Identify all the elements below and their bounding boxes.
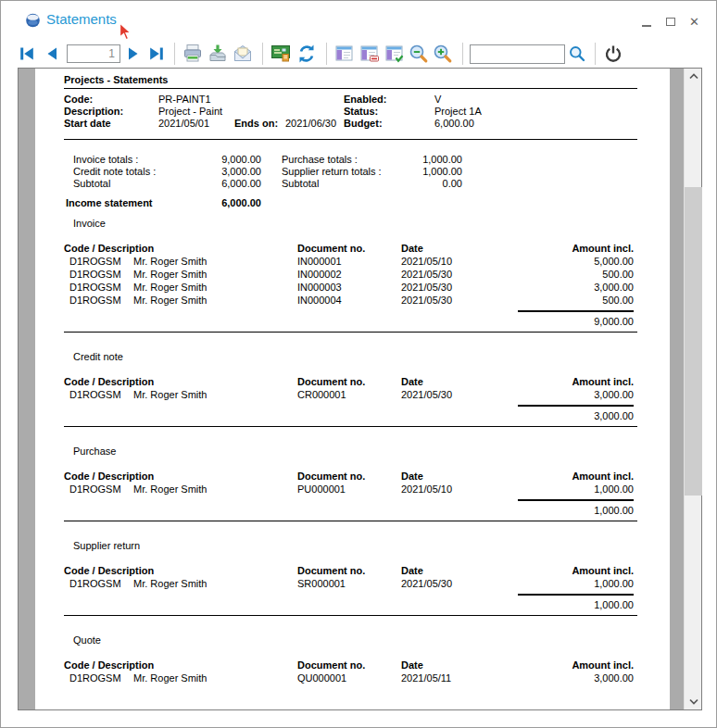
cell-date: 2021/05/30 (401, 281, 527, 294)
column-code-description: Code / Description (64, 242, 297, 255)
totals-label: Purchase totals : (282, 154, 358, 166)
column-document-no: Document no. (297, 242, 401, 255)
first-page-button[interactable] (18, 44, 36, 63)
search-button[interactable] (568, 44, 586, 63)
toolbar-separator (326, 43, 327, 65)
status-label: Status: (344, 106, 378, 118)
title-bar: Statements ✕ (1, 1, 716, 40)
close-report-button[interactable] (603, 44, 623, 64)
window-controls: ✕ (639, 15, 701, 29)
scroll-down-button[interactable] (685, 694, 702, 709)
report-design-button[interactable] (270, 43, 292, 65)
column-amount: Amount incl. (527, 242, 634, 255)
totals-label: Subtotal (282, 178, 319, 190)
column-date: Date (401, 375, 527, 388)
cell-description: Mr. Roger Smith (133, 388, 297, 401)
column-document-no: Document no. (297, 659, 401, 672)
cell-date: 2021/05/30 (401, 577, 527, 590)
layout-remove-button[interactable] (359, 44, 380, 64)
search-input[interactable] (470, 44, 565, 64)
totals-label: Supplier return totals : (282, 166, 382, 178)
cell-date: 2021/05/30 (401, 388, 527, 401)
start-date-label: Start date (64, 118, 111, 130)
scrollbar-thumb[interactable] (685, 187, 702, 496)
scroll-up-button[interactable] (685, 69, 702, 84)
column-date: Date (401, 564, 527, 577)
app-icon (25, 12, 41, 28)
zoom-out-button[interactable] (408, 43, 430, 65)
chevron-up-icon (689, 73, 698, 80)
column-code-description: Code / Description (64, 659, 297, 672)
layout-icon (334, 44, 355, 64)
print-button[interactable] (182, 43, 204, 65)
window-title: Statements (46, 11, 117, 27)
column-amount: Amount incl. (527, 659, 634, 672)
column-document-no: Document no. (297, 375, 401, 388)
cell-document-no: IN000002 (297, 268, 401, 281)
page-number-input[interactable] (67, 44, 120, 63)
email-icon (232, 43, 254, 65)
cell-description: Mr. Roger Smith (133, 672, 297, 684)
cell-amount: 1,000.00 (527, 483, 634, 496)
divider (64, 521, 637, 521)
layout-apply-button[interactable] (384, 44, 405, 64)
layout-view-button[interactable] (334, 44, 355, 64)
zoom-in-button[interactable] (432, 43, 454, 65)
table-header: Code / Description Document no. Date Amo… (64, 470, 634, 483)
code-label: Code: (64, 94, 93, 106)
cell-description: Mr. Roger Smith (133, 483, 297, 496)
vertical-scrollbar[interactable] (684, 69, 701, 709)
cell-code: D1ROGSM (64, 268, 133, 281)
divider (64, 332, 637, 333)
totals-value: 1,000.00 (370, 166, 462, 178)
cell-code: D1ROGSM (64, 483, 133, 496)
budget-value: 6,000.00 (434, 118, 474, 130)
chevron-down-icon (689, 698, 698, 705)
total-rule (518, 405, 634, 407)
email-button[interactable] (232, 43, 254, 65)
cell-amount: 500.00 (527, 294, 634, 307)
totals-label: Invoice totals : (73, 154, 138, 166)
refresh-button[interactable] (296, 43, 318, 65)
column-amount: Amount incl. (527, 564, 634, 577)
layout-remove-icon (359, 44, 380, 64)
zoom-out-icon (408, 43, 430, 65)
section-purchase: Purchase Code / Description Document no.… (64, 445, 670, 521)
maximize-button[interactable] (663, 15, 677, 29)
cell-amount: 500.00 (527, 268, 634, 281)
cell-code: D1ROGSM (64, 672, 133, 684)
cell-date: 2021/05/10 (401, 483, 527, 496)
minimize-icon (642, 25, 651, 27)
section-total: 1,000.00 (64, 504, 634, 517)
ends-on-value: 2021/06/30 (285, 118, 336, 130)
cell-document-no: QU000001 (297, 672, 401, 684)
zoom-in-icon (432, 43, 454, 65)
next-page-button[interactable] (124, 44, 143, 63)
export-button[interactable] (207, 43, 229, 65)
previous-page-icon (43, 44, 61, 63)
previous-page-button[interactable] (43, 44, 61, 63)
cell-description: Mr. Roger Smith (133, 294, 297, 307)
column-document-no: Document no. (297, 470, 401, 483)
table-header: Code / Description Document no. Date Amo… (64, 659, 634, 672)
section-supplier-return: Supplier return Code / Description Docum… (64, 539, 670, 616)
divider (64, 139, 637, 140)
minimize-button[interactable] (639, 15, 653, 29)
last-page-button[interactable] (147, 44, 166, 63)
column-code-description: Code / Description (64, 470, 297, 483)
description-value: Project - Paint (158, 106, 222, 118)
table-header: Code / Description Document no. Date Amo… (64, 375, 634, 388)
column-date: Date (401, 242, 527, 255)
cell-description: Mr. Roger Smith (133, 577, 297, 590)
close-button[interactable]: ✕ (687, 15, 701, 29)
report-viewer: Projects - Statements Code: PR-PAINT1 En… (18, 68, 702, 710)
divider (64, 615, 637, 616)
description-label: Description: (64, 106, 123, 118)
report-page: Projects - Statements Code: PR-PAINT1 En… (35, 69, 670, 709)
cell-date: 2021/05/30 (401, 294, 527, 307)
status-value: Project 1A (434, 106, 482, 118)
table-row: D1ROGSM Mr. Roger Smith SR000001 2021/05… (64, 577, 634, 590)
section-quote: Quote Code / Description Document no. Da… (64, 634, 670, 684)
cell-code: D1ROGSM (64, 294, 133, 307)
cell-document-no: IN000001 (297, 255, 401, 268)
